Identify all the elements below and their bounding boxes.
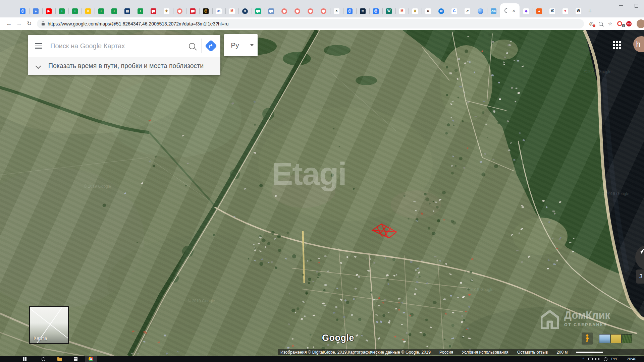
browser-tab-gmail-2[interactable]: M bbox=[395, 5, 409, 17]
street-view-pegman[interactable] bbox=[582, 333, 593, 345]
browser-tab-chat-blue[interactable] bbox=[265, 5, 278, 17]
tab-close-icon[interactable]: × bbox=[513, 8, 516, 13]
browser-tab-wave[interactable]: ≈ bbox=[238, 5, 252, 17]
browser-tab-ali-mountain[interactable]: ▲ bbox=[533, 5, 546, 17]
terms-link[interactable]: Условия использования bbox=[462, 350, 508, 355]
tripadvisor-icon: ∞ bbox=[425, 8, 431, 14]
file-explorer-button[interactable] bbox=[55, 356, 64, 362]
language-indicator[interactable]: РУС bbox=[609, 356, 620, 362]
browser-tab-chat-red-2[interactable] bbox=[186, 5, 199, 17]
browser-tab-chat-green[interactable] bbox=[252, 5, 265, 17]
browser-tab-amocrm[interactable]: Am bbox=[487, 5, 500, 17]
browser-tab-gosuslugi-eagle[interactable]: ♛ bbox=[160, 5, 173, 17]
browser-tab-sheets-3[interactable]: + bbox=[95, 5, 108, 17]
browser-tab-google[interactable]: G bbox=[448, 5, 461, 17]
search-icon[interactable] bbox=[189, 43, 195, 49]
extension-yab-icon[interactable]: YAB bbox=[624, 21, 634, 26]
browser-tab-doc-dark[interactable]: ≣ bbox=[356, 5, 369, 17]
directions-button[interactable] bbox=[202, 42, 220, 50]
browser-tab-chat-red-1[interactable] bbox=[147, 5, 160, 17]
tray-expand-button[interactable]: ^ bbox=[581, 356, 586, 362]
browser-tab-idea[interactable]: ☀ bbox=[82, 5, 95, 17]
browser-tab-at-dark[interactable]: @ bbox=[199, 5, 212, 17]
browser-tab-sheets-5[interactable]: + bbox=[134, 5, 147, 17]
svg-text:© 2019 Google: © 2019 Google bbox=[188, 299, 215, 303]
extension-blocker-icon[interactable]: 1 bbox=[615, 21, 624, 26]
browser-tab-yandex[interactable]: y. bbox=[29, 5, 42, 17]
browser-tab-odnoklassniki-5[interactable] bbox=[317, 5, 330, 17]
browser-tab-google-maps[interactable]: × bbox=[500, 3, 520, 17]
browser-tab-word-teal[interactable]: W bbox=[382, 5, 395, 17]
browser-tab-tv24[interactable]: 24 bbox=[212, 5, 225, 17]
browser-tab-web-x[interactable]: × bbox=[330, 5, 343, 17]
google-apps-grid-icon[interactable] bbox=[613, 41, 621, 49]
browser-tab-plug-blue[interactable]: ⊕ bbox=[435, 5, 448, 17]
chrome-taskbar-button[interactable] bbox=[85, 356, 97, 362]
zoom-page-icon[interactable] bbox=[596, 22, 605, 26]
network-icon[interactable] bbox=[602, 356, 608, 362]
browser-tab-sheets-2[interactable]: + bbox=[68, 5, 82, 17]
browser-tab-sheets-1[interactable]: + bbox=[55, 5, 68, 17]
windows-logo-icon bbox=[23, 357, 26, 361]
browser-tab-tripadvisor[interactable]: ∞ bbox=[422, 5, 435, 17]
ali-mountain-icon: ▲ bbox=[536, 8, 542, 14]
travel-hint-row[interactable]: Показать время в пути, пробки и места по… bbox=[28, 57, 220, 75]
browser-tab-mailru-2[interactable]: @ bbox=[343, 5, 356, 17]
mailru-icon: @ bbox=[20, 8, 25, 14]
browser-tab-wikipedia[interactable]: W bbox=[572, 5, 585, 17]
browser-tab-gem-purple[interactable]: ◆ bbox=[520, 5, 533, 17]
taskbar-search-button[interactable] bbox=[39, 356, 48, 362]
bank-card-icon: ▤ bbox=[124, 8, 130, 14]
browser-tab-bank-card[interactable]: ▤ bbox=[121, 5, 134, 17]
omnibox[interactable]: https://www.google.com/maps/@51.6264347,… bbox=[37, 19, 584, 28]
photo-thumbnail-field[interactable] bbox=[611, 334, 622, 343]
browser-tab-sheets-4[interactable]: + bbox=[108, 5, 121, 17]
browser-tab-odnoklassniki-2[interactable] bbox=[278, 5, 291, 17]
start-button[interactable] bbox=[20, 356, 29, 362]
browser-tab-odnoklassniki-4[interactable] bbox=[304, 5, 317, 17]
word-teal-icon: W bbox=[386, 8, 392, 14]
clock[interactable]: 20:46 bbox=[623, 356, 640, 362]
browser-tab-mailru-3[interactable]: @ bbox=[369, 5, 382, 17]
feedback-link[interactable]: Оставить отзыв bbox=[517, 350, 548, 355]
back-button[interactable]: ← bbox=[4, 20, 14, 27]
maximize-button[interactable] bbox=[629, 0, 644, 11]
sheets-3-icon: + bbox=[98, 8, 104, 14]
chat-blue-icon bbox=[268, 8, 274, 14]
menu-hamburger-icon[interactable] bbox=[35, 42, 42, 50]
volume-icon[interactable] bbox=[595, 356, 601, 362]
browser-tab-youtube[interactable]: ▶ bbox=[42, 5, 55, 17]
browser-tab-photo-heart[interactable]: ♥ bbox=[559, 5, 572, 17]
browser-tab-mailru[interactable]: @ bbox=[16, 5, 29, 17]
map-canvas[interactable]: © 2019 Google© 2019 Google© 2019 Google©… bbox=[0, 30, 644, 362]
new-tab-button[interactable]: + bbox=[585, 5, 595, 17]
search-input[interactable] bbox=[50, 42, 186, 50]
map-type-toggle[interactable]: Карта bbox=[29, 306, 69, 344]
minimize-button[interactable] bbox=[613, 0, 629, 11]
browser-tab-emblem-gold[interactable]: ♛ bbox=[409, 5, 422, 17]
browser-profile-avatar[interactable] bbox=[637, 19, 644, 28]
scale-label: 200 м bbox=[556, 350, 568, 355]
cursor-icon: ↗ bbox=[465, 8, 470, 14]
browser-tab-cursor[interactable]: ↗ bbox=[461, 5, 474, 17]
browser-tab-earth[interactable] bbox=[474, 5, 487, 17]
url-text[interactable]: https://www.google.com/maps/@51.6264347,… bbox=[48, 21, 229, 26]
browser-tab-odnoklassniki-1[interactable] bbox=[173, 5, 186, 17]
scale-bar bbox=[576, 352, 603, 353]
photo-thumbnail-sky[interactable] bbox=[599, 334, 610, 343]
3d-view-button[interactable]: 3 bbox=[636, 269, 644, 284]
browser-tab-gmail-1[interactable]: M bbox=[225, 5, 238, 17]
forward-button[interactable]: → bbox=[14, 20, 24, 27]
battery-icon[interactable] bbox=[587, 356, 593, 362]
calculator-button[interactable] bbox=[71, 356, 80, 362]
reload-button[interactable]: ↻ bbox=[24, 20, 34, 27]
gmail-2-icon: M bbox=[399, 8, 405, 14]
mailru-3-icon: @ bbox=[373, 8, 379, 14]
send-to-device-icon[interactable]: ◎ × bbox=[587, 21, 596, 27]
compass-control[interactable] bbox=[635, 245, 644, 270]
bookmark-star-icon[interactable]: ☆ bbox=[605, 21, 615, 27]
browser-tab-odnoklassniki-3[interactable] bbox=[291, 5, 304, 17]
photo-thumbnail-forest[interactable] bbox=[622, 334, 632, 343]
language-selector[interactable]: Ру bbox=[224, 34, 258, 56]
browser-tab-spider[interactable]: Ж bbox=[546, 5, 559, 17]
